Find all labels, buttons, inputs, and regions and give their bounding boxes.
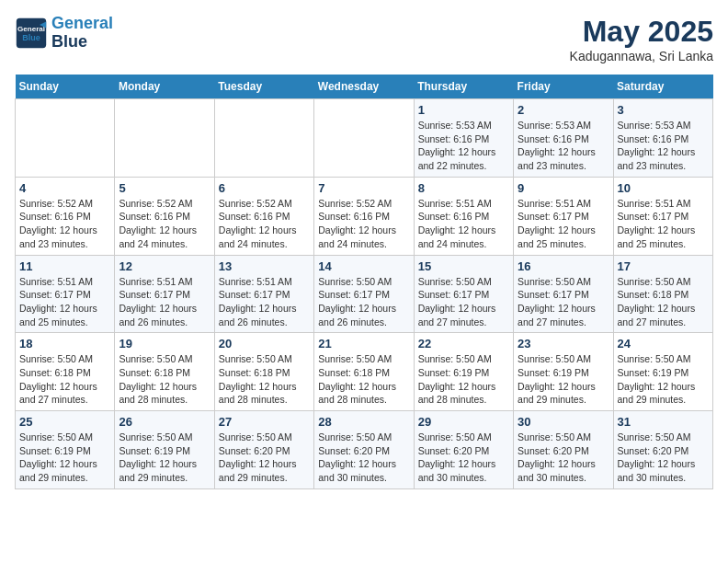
- day-info: Sunrise: 5:50 AM Sunset: 6:17 PM Dayligh…: [518, 275, 609, 329]
- day-number: 8: [418, 181, 509, 195]
- day-number: 20: [219, 337, 310, 350]
- day-info: Sunrise: 5:51 AM Sunset: 6:17 PM Dayligh…: [518, 197, 609, 251]
- day-info: Sunrise: 5:50 AM Sunset: 6:20 PM Dayligh…: [518, 431, 609, 485]
- day-info: Sunrise: 5:51 AM Sunset: 6:17 PM Dayligh…: [19, 275, 110, 329]
- day-number: 3: [618, 103, 709, 117]
- calendar-header: SundayMondayTuesdayWednesdayThursdayFrid…: [16, 75, 713, 99]
- calendar-cell: 18Sunrise: 5:50 AM Sunset: 6:18 PM Dayli…: [16, 333, 115, 411]
- calendar-cell: 25Sunrise: 5:50 AM Sunset: 6:19 PM Dayli…: [16, 411, 115, 489]
- calendar-cell: 7Sunrise: 5:52 AM Sunset: 6:16 PM Daylig…: [314, 177, 414, 255]
- calendar-cell: 24Sunrise: 5:50 AM Sunset: 6:19 PM Dayli…: [613, 333, 712, 411]
- calendar-cell: 11Sunrise: 5:51 AM Sunset: 6:17 PM Dayli…: [16, 255, 115, 333]
- day-info: Sunrise: 5:50 AM Sunset: 6:20 PM Dayligh…: [318, 431, 409, 485]
- header-day-tuesday: Tuesday: [214, 75, 313, 99]
- calendar-cell: [214, 99, 313, 178]
- day-number: 29: [418, 415, 509, 429]
- day-number: 19: [119, 337, 210, 350]
- calendar-cell: 2Sunrise: 5:53 AM Sunset: 6:16 PM Daylig…: [514, 99, 613, 178]
- day-number: 4: [19, 181, 110, 195]
- title-block: May 2025 Kadugannawa, Sri Lanka: [570, 15, 713, 63]
- day-number: 17: [618, 259, 709, 273]
- calendar-cell: 17Sunrise: 5:50 AM Sunset: 6:18 PM Dayli…: [613, 255, 712, 333]
- day-info: Sunrise: 5:53 AM Sunset: 6:16 PM Dayligh…: [518, 119, 609, 173]
- day-info: Sunrise: 5:50 AM Sunset: 6:19 PM Dayligh…: [618, 352, 709, 407]
- week-row-2: 4Sunrise: 5:52 AM Sunset: 6:16 PM Daylig…: [16, 177, 713, 255]
- day-number: 6: [219, 181, 310, 195]
- week-row-3: 11Sunrise: 5:51 AM Sunset: 6:17 PM Dayli…: [16, 255, 713, 333]
- calendar-cell: 14Sunrise: 5:50 AM Sunset: 6:17 PM Dayli…: [314, 255, 414, 333]
- calendar-cell: 27Sunrise: 5:50 AM Sunset: 6:20 PM Dayli…: [214, 411, 313, 489]
- day-number: 24: [618, 337, 709, 350]
- header-day-sunday: Sunday: [16, 75, 115, 99]
- day-info: Sunrise: 5:50 AM Sunset: 6:19 PM Dayligh…: [518, 352, 609, 407]
- day-info: Sunrise: 5:52 AM Sunset: 6:16 PM Dayligh…: [19, 197, 110, 251]
- day-number: 27: [219, 415, 310, 429]
- day-info: Sunrise: 5:50 AM Sunset: 6:18 PM Dayligh…: [119, 352, 210, 407]
- calendar-cell: 13Sunrise: 5:51 AM Sunset: 6:17 PM Dayli…: [214, 255, 313, 333]
- week-row-4: 18Sunrise: 5:50 AM Sunset: 6:18 PM Dayli…: [16, 333, 713, 411]
- day-info: Sunrise: 5:50 AM Sunset: 6:17 PM Dayligh…: [418, 275, 509, 329]
- calendar-cell: 16Sunrise: 5:50 AM Sunset: 6:17 PM Dayli…: [514, 255, 613, 333]
- calendar-cell: 20Sunrise: 5:50 AM Sunset: 6:18 PM Dayli…: [214, 333, 313, 411]
- day-info: Sunrise: 5:52 AM Sunset: 6:16 PM Dayligh…: [318, 197, 409, 251]
- calendar-cell: 5Sunrise: 5:52 AM Sunset: 6:16 PM Daylig…: [115, 177, 214, 255]
- day-number: 1: [418, 103, 509, 117]
- week-row-1: 1Sunrise: 5:53 AM Sunset: 6:16 PM Daylig…: [16, 99, 713, 178]
- calendar-cell: 12Sunrise: 5:51 AM Sunset: 6:17 PM Dayli…: [115, 255, 214, 333]
- day-info: Sunrise: 5:51 AM Sunset: 6:17 PM Dayligh…: [119, 275, 210, 329]
- day-info: Sunrise: 5:50 AM Sunset: 6:20 PM Dayligh…: [618, 431, 709, 485]
- svg-text:Blue: Blue: [22, 33, 40, 42]
- day-number: 28: [318, 415, 409, 429]
- svg-text:General: General: [17, 25, 45, 33]
- day-info: Sunrise: 5:51 AM Sunset: 6:16 PM Dayligh…: [418, 197, 509, 251]
- logo-text: GeneralBlue: [51, 15, 113, 52]
- header-day-saturday: Saturday: [613, 75, 712, 99]
- day-number: 11: [19, 259, 110, 273]
- day-number: 7: [318, 181, 409, 195]
- day-number: 15: [418, 259, 509, 273]
- calendar-table: SundayMondayTuesdayWednesdayThursdayFrid…: [15, 75, 713, 489]
- calendar-cell: 21Sunrise: 5:50 AM Sunset: 6:18 PM Dayli…: [314, 333, 414, 411]
- day-info: Sunrise: 5:50 AM Sunset: 6:20 PM Dayligh…: [219, 431, 310, 485]
- month-title: May 2025: [570, 15, 713, 49]
- calendar-cell: 23Sunrise: 5:50 AM Sunset: 6:19 PM Dayli…: [514, 333, 613, 411]
- calendar-cell: 19Sunrise: 5:50 AM Sunset: 6:18 PM Dayli…: [115, 333, 214, 411]
- calendar-cell: 10Sunrise: 5:51 AM Sunset: 6:17 PM Dayli…: [613, 177, 712, 255]
- calendar-cell: 28Sunrise: 5:50 AM Sunset: 6:20 PM Dayli…: [314, 411, 414, 489]
- day-info: Sunrise: 5:50 AM Sunset: 6:18 PM Dayligh…: [618, 275, 709, 329]
- day-number: 26: [119, 415, 210, 429]
- day-number: 14: [318, 259, 409, 273]
- day-number: 22: [418, 337, 509, 350]
- day-number: 21: [318, 337, 409, 350]
- day-info: Sunrise: 5:53 AM Sunset: 6:16 PM Dayligh…: [618, 119, 709, 173]
- calendar-cell: 30Sunrise: 5:50 AM Sunset: 6:20 PM Dayli…: [514, 411, 613, 489]
- calendar-cell: 22Sunrise: 5:50 AM Sunset: 6:19 PM Dayli…: [414, 333, 513, 411]
- day-number: 30: [518, 415, 609, 429]
- calendar-cell: 9Sunrise: 5:51 AM Sunset: 6:17 PM Daylig…: [514, 177, 613, 255]
- day-number: 2: [518, 103, 609, 117]
- calendar-cell: [115, 99, 214, 178]
- calendar-cell: 29Sunrise: 5:50 AM Sunset: 6:20 PM Dayli…: [414, 411, 513, 489]
- day-info: Sunrise: 5:52 AM Sunset: 6:16 PM Dayligh…: [219, 197, 310, 251]
- calendar-cell: 31Sunrise: 5:50 AM Sunset: 6:20 PM Dayli…: [613, 411, 712, 489]
- day-number: 5: [119, 181, 210, 195]
- day-info: Sunrise: 5:50 AM Sunset: 6:18 PM Dayligh…: [318, 352, 409, 407]
- calendar-cell: 15Sunrise: 5:50 AM Sunset: 6:17 PM Dayli…: [414, 255, 513, 333]
- header-day-thursday: Thursday: [414, 75, 513, 99]
- day-info: Sunrise: 5:51 AM Sunset: 6:17 PM Dayligh…: [219, 275, 310, 329]
- calendar-cell: 3Sunrise: 5:53 AM Sunset: 6:16 PM Daylig…: [613, 99, 712, 178]
- day-info: Sunrise: 5:51 AM Sunset: 6:17 PM Dayligh…: [618, 197, 709, 251]
- header-day-wednesday: Wednesday: [314, 75, 414, 99]
- calendar-cell: 6Sunrise: 5:52 AM Sunset: 6:16 PM Daylig…: [214, 177, 313, 255]
- logo: General Blue GeneralBlue: [15, 15, 113, 52]
- day-number: 23: [518, 337, 609, 350]
- day-info: Sunrise: 5:50 AM Sunset: 6:19 PM Dayligh…: [19, 431, 110, 485]
- logo-icon: General Blue: [15, 17, 48, 50]
- calendar-cell: 4Sunrise: 5:52 AM Sunset: 6:16 PM Daylig…: [16, 177, 115, 255]
- day-info: Sunrise: 5:50 AM Sunset: 6:20 PM Dayligh…: [418, 431, 509, 485]
- day-number: 12: [119, 259, 210, 273]
- day-number: 18: [19, 337, 110, 350]
- day-number: 10: [618, 181, 709, 195]
- calendar-cell: 26Sunrise: 5:50 AM Sunset: 6:19 PM Dayli…: [115, 411, 214, 489]
- day-info: Sunrise: 5:50 AM Sunset: 6:18 PM Dayligh…: [219, 352, 310, 407]
